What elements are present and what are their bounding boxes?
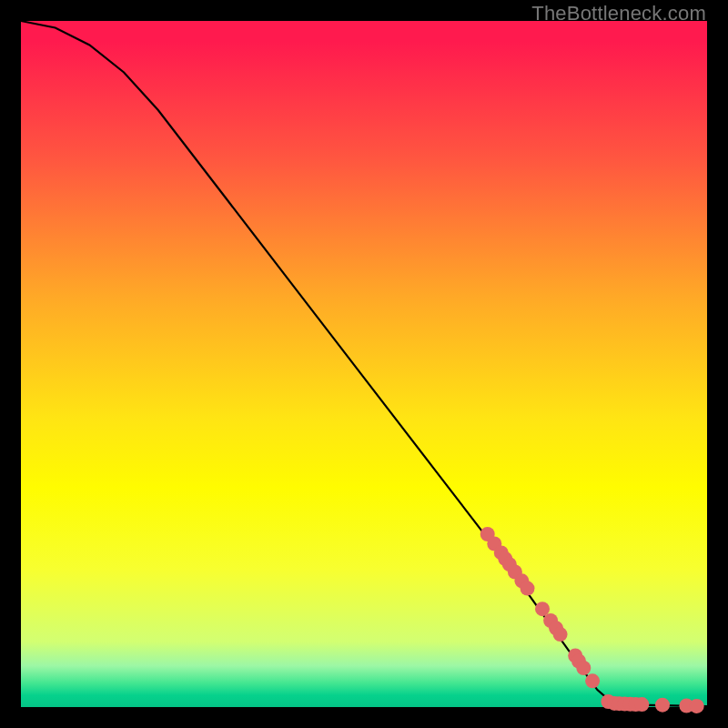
plot-area — [21, 21, 707, 707]
scatter-point — [585, 673, 600, 688]
scatter-point — [690, 699, 704, 713]
scatter-point — [521, 581, 535, 596]
scatter-point — [535, 602, 550, 616]
scatter-point — [634, 697, 649, 712]
chart-overlay — [21, 21, 707, 707]
scatter-point — [553, 627, 568, 642]
curve-line — [21, 21, 707, 706]
scatter-point — [576, 661, 591, 675]
scatter-point — [655, 698, 670, 713]
chart-frame: TheBottleneck.com — [0, 0, 728, 728]
scatter-points — [480, 527, 704, 713]
